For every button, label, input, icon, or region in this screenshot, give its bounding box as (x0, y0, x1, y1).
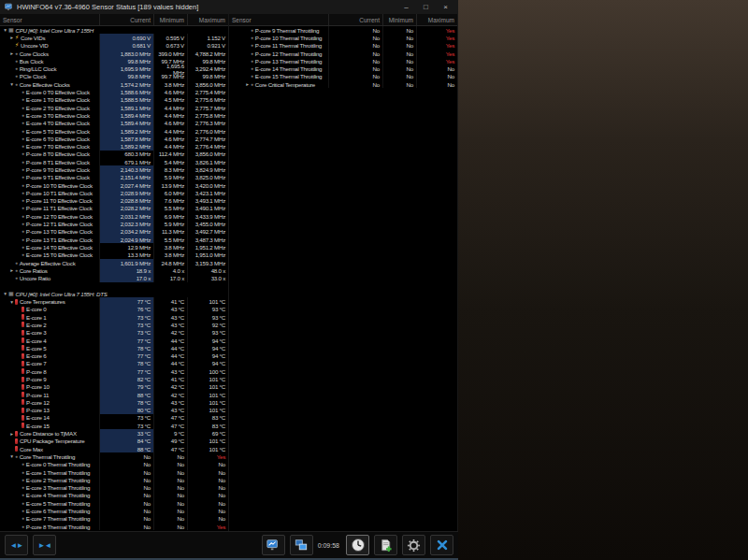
column-header-current[interactable]: Current (99, 14, 153, 25)
sensor-row[interactable]: ▸●Core Critical TemperatureNoNoNo (229, 80, 457, 88)
chevron-down-icon[interactable]: ▾ (2, 290, 8, 297)
column-header-current[interactable]: Current (328, 14, 382, 25)
sensor-row[interactable]: CPU Package Temperature84 °C49 °C101 °C (0, 438, 228, 445)
sensor-row[interactable]: ●E-core 5 T0 Effective Clock1,589.2 MHz4… (0, 127, 228, 135)
sensor-row[interactable]: ●P-core 8 T0 Effective Clock680.3 MHz112… (0, 151, 228, 158)
sensor-row[interactable]: ●E-core 0 Thermal ThrottlingNoNoNo (0, 461, 228, 468)
sensor-row[interactable]: E-core 778 °C44 °C94 °C (0, 360, 228, 367)
sensor-row[interactable]: ●E-core 14 T0 Effective Clock12.9 MHz3.8… (0, 243, 228, 251)
sensor-row[interactable]: ●P-core 12 Thermal ThrottlingNoNoYes (229, 50, 457, 57)
sensor-row[interactable]: ▸⚡Core VIDs0.690 V0.595 V1.152 V (0, 34, 228, 41)
minimize-icon[interactable]: – (398, 1, 414, 14)
sensor-row[interactable]: ●P-core 8 Thermal ThrottlingNoNoYes (0, 523, 228, 530)
sensor-group-header[interactable]: ▾▦CPU [#0]: Intel Core Ultra 7 155H (0, 26, 228, 34)
sensor-row[interactable]: E-core 273 °C43 °C92 °C (0, 321, 228, 328)
chevron-right-icon[interactable]: ▸ (8, 266, 15, 274)
sensor-row[interactable]: ●P-core 11 Thermal ThrottlingNoNoYes (229, 42, 457, 50)
sensor-row[interactable]: E-core 477 °C44 °C94 °C (0, 337, 228, 344)
sensor-row[interactable]: ●P-core 9 T1 Effective Clock2,151.4 MHz5… (0, 174, 228, 181)
sensor-row[interactable]: ●Uncore Ratio17.0 x17.0 x33.0 x (0, 275, 228, 282)
sensor-row[interactable]: E-core 1573 °C47 °C83 °C (0, 422, 228, 429)
sensor-row[interactable]: ●E-core 6 T0 Effective Clock1,587.8 MHz4… (0, 135, 228, 142)
sensor-row[interactable]: ●PCIe Clock99.8 MHz99.7 MHz99.8 MHz (0, 73, 228, 80)
column-header-maximum[interactable]: Maximum (416, 14, 457, 25)
sensor-row[interactable]: ●E-core 0 T0 Effective Clock1,588.6 MHz4… (0, 88, 228, 95)
sensor-group-header[interactable]: ▾▦CPU [#0]: Intel Core Ultra 7 155H: DTS (0, 290, 228, 297)
sensor-row[interactable]: ●P-core 13 T1 Effective Clock2,024.9 MHz… (0, 236, 228, 243)
close-sensors-button[interactable] (430, 535, 453, 555)
sensor-row[interactable]: ●E-core 3 Thermal ThrottlingNoNoNo (0, 484, 228, 492)
settings-button[interactable] (402, 535, 425, 555)
sensor-row[interactable]: ⚡Uncore VID0.681 V0.673 V0.921 V (0, 42, 228, 50)
chevron-right-icon[interactable]: ▸ (8, 430, 15, 438)
sensor-row[interactable]: ▾●Core Thermal ThrottlingNoNoYes (0, 452, 228, 460)
tray-monitors-button[interactable] (290, 535, 313, 555)
sensor-row[interactable]: ●P-core 10 T0 Effective Clock2,027.4 MHz… (0, 181, 228, 189)
collapse-columns-button[interactable]: ►◄ (33, 535, 56, 555)
sensor-row[interactable]: ●P-core 11 T1 Effective Clock2,028.2 MHz… (0, 205, 228, 212)
sensor-row[interactable]: ●E-core 7 Thermal ThrottlingNoNoNo (0, 515, 228, 523)
window-titlebar[interactable]: HWiNFO64 v7.36-4960 Sensor Status [189 v… (0, 0, 458, 14)
sensor-row[interactable]: ●Bus Clock99.8 MHz99.7 MHz99.8 MHz (0, 57, 228, 65)
sensor-row[interactable]: ●P-core 10 T1 Effective Clock2,028.9 MHz… (0, 189, 228, 196)
sensor-row[interactable]: ●E-core 2 Thermal ThrottlingNoNoNo (0, 476, 228, 483)
sensor-row[interactable]: ●E-core 15 Thermal ThrottlingNoNoNo (229, 73, 457, 80)
column-header-sensor[interactable]: Sensor (229, 14, 328, 25)
logging-clock-button[interactable] (346, 535, 369, 555)
chevron-down-icon[interactable]: ▾ (2, 26, 8, 34)
sensor-row[interactable]: E-core 373 °C42 °C93 °C (0, 329, 228, 337)
sensor-row[interactable]: E-core 1473 °C47 °C83 °C (0, 414, 228, 422)
sensor-row[interactable]: ●E-core 7 T0 Effective Clock1,589.2 MHz4… (0, 142, 228, 150)
sensor-row[interactable]: P-core 1188 °C42 °C101 °C (0, 391, 228, 398)
chevron-right-icon[interactable]: ▸ (8, 50, 15, 57)
column-header-minimum[interactable]: Minimum (382, 14, 416, 25)
sensor-row[interactable]: ●E-core 1 Thermal ThrottlingNoNoNo (0, 468, 228, 476)
sensor-row[interactable]: ●E-core 1 T0 Effective Clock1,588.5 MHz4… (0, 96, 228, 104)
sensor-row[interactable]: ●P-core 13 Thermal ThrottlingNoNoYes (229, 57, 457, 65)
sensor-row[interactable]: E-core 578 °C44 °C94 °C (0, 344, 228, 352)
sensor-row[interactable]: ▸●Core Clocks1,883.0 MHz399.0 MHz4,788.2… (0, 50, 228, 57)
sensor-row[interactable]: P-core 877 °C43 °C100 °C (0, 367, 228, 375)
sensor-row[interactable]: ●E-core 4 T0 Effective Clock1,589.4 MHz4… (0, 120, 228, 127)
sensor-row[interactable]: ▸Core Distance to TjMAX33 °C9 °C69 °C (0, 429, 228, 437)
column-header-minimum[interactable]: Minimum (153, 14, 187, 25)
sensor-row[interactable]: P-core 1380 °C43 °C101 °C (0, 407, 228, 414)
sensor-row[interactable]: ●E-core 15 T0 Effective Clock13.3 MHz3.8… (0, 251, 228, 259)
sensor-row[interactable]: ▾●Core Effective Clocks1,574.2 MHz3.8 MH… (0, 80, 228, 88)
chevron-down-icon[interactable]: ▾ (8, 298, 15, 306)
column-header-maximum[interactable]: Maximum (187, 14, 228, 25)
report-button[interactable] (374, 535, 397, 555)
sensor-row[interactable]: P-core 1079 °C42 °C101 °C (0, 383, 228, 391)
sensor-row[interactable]: ●P-core 10 Thermal ThrottlingNoNoYes (229, 34, 457, 41)
sensor-row[interactable]: ●E-core 5 Thermal ThrottlingNoNoNo (0, 499, 228, 507)
sensor-row[interactable]: ▾Core Temperatures77 °C41 °C101 °C (0, 297, 228, 305)
chevron-down-icon[interactable]: ▾ (8, 452, 15, 460)
sensor-row[interactable]: ●E-core 4 Thermal ThrottlingNoNoNo (0, 492, 228, 499)
sensor-row[interactable]: E-core 677 °C44 °C94 °C (0, 352, 228, 359)
sensor-row[interactable]: E-core 173 °C43 °C93 °C (0, 313, 228, 321)
sensor-row[interactable]: ●E-core 14 Thermal ThrottlingNoNoNo (229, 65, 457, 72)
sensor-row[interactable]: P-core 1278 °C43 °C101 °C (0, 398, 228, 406)
sensor-row[interactable]: ▸●Core Ratios18.9 x4.0 x48.0 x (0, 266, 228, 274)
sensor-row[interactable]: ●P-core 9 Thermal ThrottlingNoNoYes (229, 26, 457, 34)
chevron-down-icon[interactable]: ▾ (8, 80, 15, 88)
sensor-row[interactable]: ●E-core 6 Thermal ThrottlingNoNoNo (0, 507, 228, 514)
expand-columns-button[interactable]: ◄► (5, 535, 28, 555)
sensor-row[interactable]: ●E-core 3 T0 Effective Clock1,589.4 MHz4… (0, 111, 228, 119)
sensor-row[interactable]: ●P-core 12 T0 Effective Clock2,031.2 MHz… (0, 212, 228, 220)
chevron-right-icon[interactable]: ▸ (244, 80, 251, 88)
sensor-row[interactable]: ●E-core 2 T0 Effective Clock1,589.1 MHz4… (0, 104, 228, 111)
sensor-row[interactable]: E-core 076 °C43 °C93 °C (0, 306, 228, 313)
sensor-row[interactable]: P-core 982 °C41 °C101 °C (0, 375, 228, 382)
close-icon[interactable]: × (438, 1, 453, 14)
column-header-sensor[interactable]: Sensor (0, 14, 99, 25)
sensor-row[interactable]: Core Max88 °C47 °C101 °C (0, 445, 228, 452)
sensor-row[interactable]: ●Ring/LLC Clock1,695.9 MHz1,695.6 MHz3,2… (0, 65, 228, 72)
sensor-row[interactable]: ●P-core 11 T0 Effective Clock2,028.8 MHz… (0, 197, 228, 205)
chevron-right-icon[interactable]: ▸ (8, 34, 15, 41)
sensor-row[interactable]: ●Average Effective Clock1,601.9 MHz24.8 … (0, 259, 228, 266)
sensor-row[interactable]: ●P-core 9 T0 Effective Clock2,140.3 MHz8… (0, 165, 228, 173)
maximize-icon[interactable]: □ (418, 1, 434, 14)
sensor-row[interactable]: ●P-core 8 T1 Effective Clock679.1 MHz5.4… (0, 158, 228, 165)
sensor-row[interactable]: ●P-core 13 T0 Effective Clock2,034.2 MHz… (0, 228, 228, 236)
